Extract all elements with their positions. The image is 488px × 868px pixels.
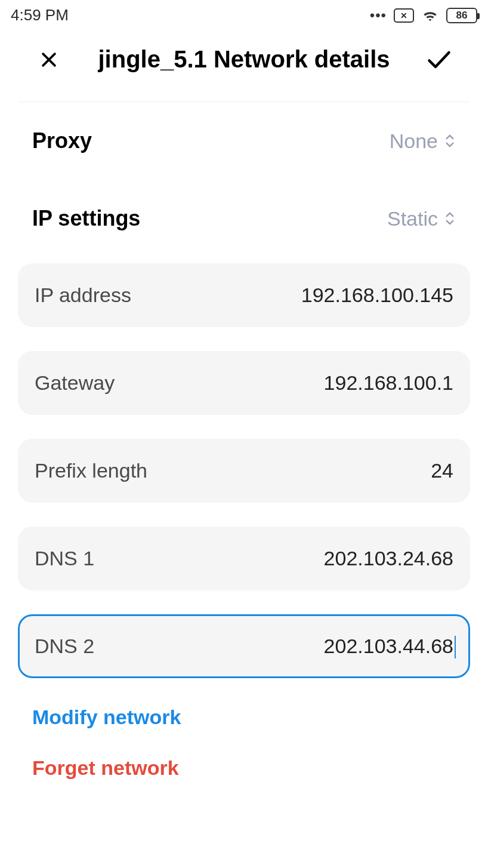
close-button[interactable]	[36, 47, 62, 73]
dns2-label: DNS 2	[35, 635, 94, 658]
ip-address-field[interactable]: IP address 192.168.100.145	[18, 263, 470, 327]
sim-card-icon: ✕	[394, 8, 414, 23]
dns1-label: DNS 1	[35, 547, 94, 570]
ip-settings-value-wrap: Static	[387, 207, 456, 230]
confirm-button[interactable]	[426, 47, 452, 73]
prefix-length-field[interactable]: Prefix length 24	[18, 439, 470, 503]
gateway-label: Gateway	[35, 371, 115, 395]
forget-network-button[interactable]: Forget network	[18, 753, 470, 804]
ip-fields: IP address 192.168.100.145 Gateway 192.1…	[18, 263, 470, 678]
ip-address-value: 192.168.100.145	[301, 284, 453, 307]
gateway-field[interactable]: Gateway 192.168.100.1	[18, 351, 470, 415]
status-time: 4:59 PM	[11, 6, 69, 24]
dns2-value: 202.103.44.68	[324, 635, 453, 658]
page-title: jingle_5.1 Network details	[62, 46, 426, 73]
ip-settings-value: Static	[387, 207, 438, 230]
prefix-length-label: Prefix length	[35, 459, 147, 482]
chevron-updown-icon	[444, 133, 456, 149]
ip-address-label: IP address	[35, 284, 131, 307]
proxy-selector[interactable]: Proxy None	[18, 102, 470, 180]
status-bar: 4:59 PM ••• ✕ 86	[0, 0, 488, 29]
battery-icon: 86	[446, 8, 477, 23]
gateway-value: 192.168.100.1	[324, 371, 453, 395]
page-header: jingle_5.1 Network details	[0, 29, 488, 101]
dns1-value: 202.103.24.68	[324, 547, 453, 570]
close-icon	[39, 50, 59, 70]
dns2-field[interactable]: DNS 2 202.103.44.68	[18, 614, 470, 678]
proxy-value-wrap: None	[390, 130, 456, 153]
chevron-updown-icon	[444, 211, 456, 226]
wifi-icon	[421, 8, 439, 23]
more-dots-icon: •••	[370, 7, 387, 24]
proxy-value: None	[390, 130, 438, 153]
checkmark-icon	[427, 50, 452, 70]
ip-settings-label: IP settings	[32, 206, 140, 231]
modify-network-button[interactable]: Modify network	[18, 702, 470, 753]
prefix-length-value: 24	[431, 459, 453, 482]
ip-settings-selector[interactable]: IP settings Static	[18, 180, 470, 257]
dns1-field[interactable]: DNS 1 202.103.24.68	[18, 527, 470, 590]
proxy-label: Proxy	[32, 128, 92, 153]
status-right: ••• ✕ 86	[370, 7, 477, 24]
settings-section: Proxy None IP settings Static IP address…	[0, 102, 488, 804]
